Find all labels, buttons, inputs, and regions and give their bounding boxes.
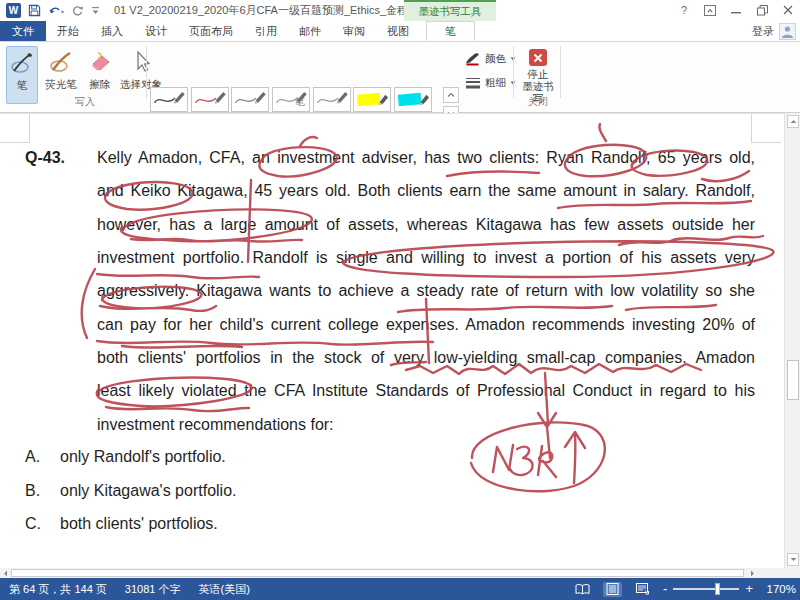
tab-home[interactable]: 开始 (46, 21, 90, 41)
ribbon: 笔 荧光笔 擦除 选择对象 写入 笔 颜色 (0, 42, 800, 113)
page-break-corner-left (0, 114, 30, 143)
tab-insert[interactable]: 插入 (90, 21, 134, 41)
ink-thickness-button[interactable]: 粗细 (465, 74, 516, 92)
pen-tool-label: 笔 (17, 79, 28, 93)
read-mode-icon[interactable] (573, 582, 592, 597)
question-line: however, has a large amount of assets, w… (97, 216, 755, 234)
tab-view[interactable]: 视图 (376, 21, 420, 41)
option-letter: A. (25, 448, 40, 466)
eraser-tool-label: 擦除 (90, 78, 111, 92)
option-text: only Kitagawa's portfolio. (60, 482, 236, 500)
gallery-scroll-up-icon[interactable] (443, 87, 459, 103)
customize-qat-icon[interactable] (91, 6, 100, 15)
document-page[interactable]: Q-43. Kelly Amadon, CFA, an investment a… (0, 113, 784, 568)
scroll-right-icon[interactable] (748, 569, 757, 577)
zoom-out-button[interactable]: - (663, 584, 667, 594)
word-window: { "titlebar": { "app_icon_letter": "W", … (0, 0, 800, 600)
ink-thickness-label: 粗细 (485, 76, 506, 90)
ink-color-icon (465, 52, 481, 66)
zoom-slider[interactable] (673, 588, 739, 590)
ribbon-separator (146, 46, 147, 98)
stop-inking-label-1: 停止 (528, 68, 549, 80)
horizontal-scroll-thumb[interactable] (11, 569, 744, 577)
minimize-button[interactable] (726, 2, 746, 18)
question-line: and Keiko Kitagawa, 45 years old. Both c… (97, 182, 755, 200)
redo-icon[interactable] (72, 5, 84, 17)
tab-mailings[interactable]: 邮件 (288, 21, 332, 41)
option-letter: C. (25, 515, 41, 533)
page-break-corner-right (751, 114, 781, 143)
horizontal-scrollbar[interactable] (0, 568, 800, 578)
title-bar: W 01 V2_20200219_2020年6月CFA一级百题预测_Ethics… (0, 0, 800, 21)
close-icon[interactable] (778, 2, 798, 18)
ink-color-label: 颜色 (485, 52, 506, 66)
pen-group-label: 笔 (240, 95, 360, 109)
restore-button[interactable] (752, 2, 772, 18)
pen-icon (9, 50, 35, 76)
highlighter-icon (48, 49, 74, 75)
question-line: investment recommendations for: (97, 416, 755, 434)
ink-tools-contextual-header: 墨迹书写工具 (404, 0, 496, 21)
stop-inking-icon (529, 49, 547, 66)
zoom-percentage[interactable]: 170% (764, 583, 796, 595)
close-group-label: 关闭 (505, 95, 571, 109)
ribbon-separator (560, 46, 561, 98)
question-line: aggressively. Kitagawa wants to achieve … (97, 282, 755, 300)
page-indicator[interactable]: 第 64 页，共 144 页 (0, 582, 116, 597)
question-line: can pay for her child's current college … (97, 316, 755, 334)
tab-pen-contextual[interactable]: 笔 (426, 21, 475, 41)
option-letter: B. (25, 482, 40, 500)
vertical-scroll-thumb[interactable] (787, 360, 799, 400)
question-line: both clients' portfolios in the stock of… (97, 349, 755, 367)
question-line: Kelly Amadon, CFA, an investment adviser… (97, 149, 755, 167)
tab-page-layout[interactable]: 页面布局 (178, 21, 244, 41)
write-group-label: 写入 (30, 95, 140, 109)
print-layout-icon[interactable] (603, 582, 622, 597)
quick-access-toolbar: W (0, 3, 100, 18)
question-line: investment portfolio. Randolf is single … (97, 249, 755, 267)
zoom-in-button[interactable]: + (745, 584, 753, 594)
zoom-control: - + (663, 584, 753, 594)
gallery-pen-item[interactable] (191, 87, 229, 112)
web-layout-icon[interactable] (633, 582, 652, 597)
sign-in-label: 登录 (752, 24, 774, 39)
undo-icon[interactable] (48, 5, 65, 17)
vertical-scrollbar[interactable] (784, 113, 800, 568)
tab-file[interactable]: 文件 (0, 21, 46, 41)
eraser-icon (87, 49, 113, 75)
help-button[interactable]: ? (674, 2, 694, 18)
tab-design[interactable]: 设计 (134, 21, 178, 41)
save-icon[interactable] (28, 4, 41, 17)
scroll-left-icon[interactable] (1, 569, 10, 577)
status-bar: 第 64 页，共 144 页 31081 个字 英语(美国) - + 170% (0, 578, 800, 600)
avatar-icon (779, 23, 796, 40)
ink-color-button[interactable]: 颜色 (465, 50, 516, 68)
option-text: only Randolf's portfolio. (60, 448, 226, 466)
language-indicator[interactable]: 英语(美国) (189, 582, 258, 597)
gallery-highlighter-item[interactable] (394, 87, 432, 112)
word-count[interactable]: 31081 个字 (116, 582, 190, 597)
option-text: both clients' portfolios. (60, 515, 218, 533)
ribbon-display-options-button[interactable] (700, 2, 720, 18)
window-controls: ? (674, 2, 798, 18)
highlighter-tool-label: 荧光笔 (45, 78, 77, 92)
tab-review[interactable]: 审阅 (332, 21, 376, 41)
ribbon-tab-row: 文件 开始 插入 设计 页面布局 引用 邮件 审阅 视图 笔 登录 (0, 21, 800, 42)
word-app-icon[interactable]: W (6, 3, 21, 18)
scroll-down-icon[interactable] (787, 553, 799, 566)
cursor-arrow-icon (128, 49, 154, 75)
question-number: Q-43. (25, 149, 65, 167)
ribbon-separator (513, 46, 514, 98)
ink-thickness-icon (465, 77, 481, 89)
document-title: 01 V2_20200219_2020年6月CFA一级百题预测_Ethics_金… (114, 3, 428, 18)
tab-references[interactable]: 引用 (244, 21, 288, 41)
gallery-pen-item[interactable] (150, 87, 188, 112)
sign-in[interactable]: 登录 (752, 23, 796, 40)
question-line: least likely violated the CFA Institute … (97, 382, 755, 400)
scroll-up-icon[interactable] (787, 115, 799, 128)
zoom-slider-thumb[interactable] (715, 583, 720, 595)
